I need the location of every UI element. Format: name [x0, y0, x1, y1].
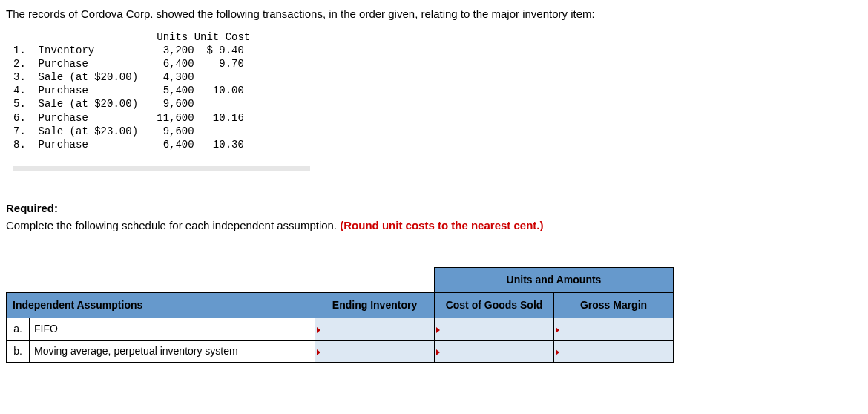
required-section: Required: Complete the following schedul… [6, 200, 862, 234]
header-gross-margin: Gross Margin [554, 293, 674, 318]
header-spacer [7, 268, 315, 293]
cogs-input-a[interactable] [435, 318, 554, 341]
header-units-amounts: Units and Amounts [435, 268, 674, 293]
table-row: a. FIFO [7, 318, 674, 341]
gross-margin-input-b[interactable] [554, 341, 674, 363]
problem-intro: The records of Cordova Corp. showed the … [6, 6, 862, 23]
required-text: Complete the following schedule for each… [6, 219, 340, 231]
cogs-input-b[interactable] [435, 341, 554, 363]
row-assumption: Moving average, perpetual inventory syst… [30, 341, 315, 363]
header-ending-inventory: Ending Inventory [315, 293, 435, 318]
gross-margin-input-a[interactable] [554, 318, 674, 341]
ending-inventory-input-b[interactable] [315, 341, 435, 363]
header-cogs: Cost of Goods Sold [435, 293, 554, 318]
dropdown-icon [317, 349, 320, 355]
row-assumption: FIFO [30, 318, 315, 341]
scrollbar-gutter [13, 166, 310, 171]
dropdown-icon [436, 349, 440, 355]
dropdown-icon [556, 349, 559, 355]
header-independent-assumptions: Independent Assumptions [7, 293, 315, 318]
header-spacer-2 [315, 268, 435, 293]
ending-inventory-input-a[interactable] [315, 318, 435, 341]
required-instruction: (Round unit costs to the nearest cent.) [340, 219, 543, 231]
dropdown-icon [436, 327, 440, 333]
required-label: Required: [6, 202, 58, 214]
transactions-block: Units Unit Cost 1. Inventory 3,200 $ 9.4… [13, 30, 862, 152]
schedule-table: Units and Amounts Independent Assumption… [6, 267, 674, 363]
dropdown-icon [556, 327, 559, 333]
dropdown-icon [317, 327, 320, 333]
row-letter: a. [7, 318, 30, 341]
table-row: b. Moving average, perpetual inventory s… [7, 341, 674, 363]
row-letter: b. [7, 341, 30, 363]
